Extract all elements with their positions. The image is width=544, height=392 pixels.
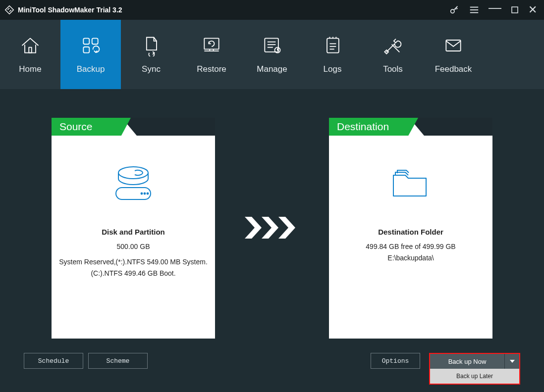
source-detail2: (C:).NTFS 499.46 GB Boot. (85, 269, 181, 278)
backup-icon (80, 35, 102, 56)
svg-marker-34 (510, 360, 515, 363)
source-title: Disk and Partition (102, 228, 165, 236)
svg-point-29 (147, 193, 149, 194)
nav-label: Manage (257, 64, 287, 74)
nav-backup[interactable]: Backup (60, 20, 121, 89)
menu-icon[interactable] (469, 4, 480, 15)
nav-logs[interactable]: Logs (302, 20, 363, 89)
svg-marker-24 (122, 118, 215, 136)
destination-title: Destination Folder (378, 228, 443, 236)
svg-point-28 (144, 193, 146, 194)
manage-icon (261, 35, 283, 56)
nav-tools[interactable]: Tools (363, 20, 423, 89)
scheme-button[interactable]: Scheme (88, 353, 148, 369)
destination-card[interactable]: Destination Destination Folder 499.84 GB… (329, 118, 492, 339)
destination-header: Destination (329, 118, 418, 136)
nav-feedback[interactable]: Feedback (423, 20, 484, 89)
backup-split-highlight: Back up Now Back up Later (429, 353, 520, 385)
key-icon[interactable] (449, 4, 460, 15)
nav-restore[interactable]: Restore (181, 20, 242, 89)
folder-icon (388, 163, 433, 205)
app-title: MiniTool ShadowMaker Trial 3.2 (18, 6, 122, 14)
minimize-icon[interactable]: — (489, 5, 501, 10)
source-header: Source (52, 118, 131, 136)
svg-rect-9 (204, 38, 218, 49)
svg-rect-7 (92, 38, 98, 44)
svg-point-27 (141, 193, 143, 194)
arrows-icon (245, 217, 299, 239)
schedule-button[interactable]: Schedule (24, 353, 83, 369)
bottom-bar: Schedule Scheme Options Back up Now Back… (0, 353, 544, 385)
svg-point-0 (451, 9, 454, 13)
destination-path: E:\backupdata\ (381, 253, 439, 263)
sync-icon (140, 35, 162, 56)
svg-rect-23 (446, 40, 460, 51)
options-button[interactable]: Options (371, 353, 420, 369)
source-size: 500.00 GB (111, 242, 156, 251)
tools-icon (382, 35, 404, 56)
nav-bar: Home Backup Sync Restore Manage Logs (0, 20, 544, 89)
nav-manage[interactable]: Manage (242, 20, 302, 89)
backup-later-item[interactable]: Back up Later (430, 369, 519, 384)
app-logo-icon (4, 4, 15, 15)
nav-label: Feedback (435, 64, 472, 74)
nav-home[interactable]: Home (0, 20, 60, 89)
source-card[interactable]: Source Disk and Partition 500.00 GB Syst… (52, 118, 215, 339)
nav-label: Tools (383, 64, 403, 74)
maximize-icon[interactable] (510, 5, 519, 14)
svg-marker-30 (245, 217, 262, 239)
nav-label: Backup (77, 64, 105, 74)
nav-label: Logs (324, 64, 342, 74)
svg-rect-6 (83, 38, 89, 44)
nav-label: Home (19, 64, 41, 74)
backup-now-button[interactable]: Back up Now (430, 354, 504, 369)
home-icon (19, 35, 41, 56)
svg-rect-5 (29, 48, 32, 53)
svg-marker-32 (278, 217, 295, 239)
title-bar: MiniTool ShadowMaker Trial 3.2 — ✕ (0, 0, 544, 20)
svg-marker-31 (262, 217, 278, 239)
logs-icon (322, 35, 343, 56)
source-detail1: System Reserved,(*:).NTFS 549.00 MB Syst… (53, 257, 214, 267)
svg-point-25 (118, 167, 148, 179)
backup-dropdown-toggle[interactable] (504, 354, 519, 369)
svg-marker-33 (409, 118, 492, 136)
nav-label: Restore (197, 64, 226, 74)
svg-rect-8 (83, 47, 89, 53)
svg-rect-18 (327, 38, 339, 52)
main-area: Source Disk and Partition 500.00 GB Syst… (0, 89, 544, 339)
feedback-icon (442, 35, 464, 56)
close-icon[interactable]: ✕ (528, 3, 537, 16)
nav-label: Sync (142, 64, 161, 74)
nav-sync[interactable]: Sync (121, 20, 181, 89)
svg-rect-4 (512, 7, 518, 13)
disk-icon (111, 163, 156, 205)
destination-free: 499.84 GB free of 499.99 GB (360, 242, 461, 251)
restore-icon (201, 35, 222, 56)
